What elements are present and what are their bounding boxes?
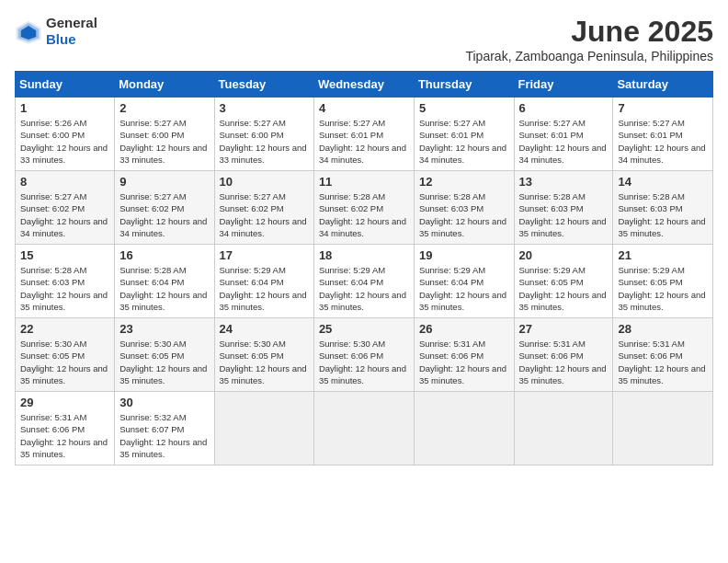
- day-info: Sunrise: 5:27 AMSunset: 6:00 PMDaylight:…: [220, 118, 307, 165]
- header-tuesday: Tuesday: [214, 72, 313, 98]
- day-number: 14: [618, 175, 708, 189]
- day-number: 8: [20, 175, 109, 189]
- day-info: Sunrise: 5:28 AMSunset: 6:02 PMDaylight:…: [319, 191, 406, 238]
- day-info: Sunrise: 5:28 AMSunset: 6:03 PMDaylight:…: [519, 191, 607, 238]
- day-info: Sunrise: 5:31 AMSunset: 6:06 PMDaylight:…: [618, 339, 705, 385]
- day-info: Sunrise: 5:27 AMSunset: 6:00 PMDaylight:…: [119, 118, 207, 165]
- month-year: June 2025: [465, 15, 713, 49]
- day-info: Sunrise: 5:30 AMSunset: 6:05 PMDaylight:…: [220, 339, 307, 385]
- day-number: 30: [119, 396, 209, 409]
- day-info: Sunrise: 5:29 AMSunset: 6:04 PMDaylight:…: [319, 265, 406, 312]
- day-number: 6: [519, 101, 609, 115]
- calendar-cell: [414, 392, 514, 465]
- day-info: Sunrise: 5:29 AMSunset: 6:04 PMDaylight:…: [220, 265, 307, 312]
- day-info: Sunrise: 5:30 AMSunset: 6:06 PMDaylight:…: [319, 339, 406, 385]
- day-number: 16: [119, 248, 209, 262]
- header-wednesday: Wednesday: [313, 72, 414, 98]
- calendar-cell: 29Sunrise: 5:31 AMSunset: 6:06 PMDayligh…: [16, 392, 115, 465]
- location: Tiparak, Zamboanga Peninsula, Philippine…: [465, 49, 713, 63]
- calendar-cell: 17Sunrise: 5:29 AMSunset: 6:04 PMDayligh…: [214, 245, 313, 318]
- calendar-cell: 10Sunrise: 5:27 AMSunset: 6:02 PMDayligh…: [214, 171, 313, 245]
- day-number: 13: [519, 175, 609, 189]
- header-sunday: Sunday: [16, 72, 115, 98]
- day-info: Sunrise: 5:27 AMSunset: 6:02 PMDaylight:…: [20, 191, 108, 238]
- calendar-cell: 27Sunrise: 5:31 AMSunset: 6:06 PMDayligh…: [514, 318, 613, 392]
- day-info: Sunrise: 5:29 AMSunset: 6:05 PMDaylight:…: [519, 265, 607, 312]
- calendar-cell: 14Sunrise: 5:28 AMSunset: 6:03 PMDayligh…: [613, 171, 713, 245]
- calendar-cell: 18Sunrise: 5:29 AMSunset: 6:04 PMDayligh…: [313, 245, 414, 318]
- day-number: 7: [618, 101, 708, 115]
- day-info: Sunrise: 5:27 AMSunset: 6:02 PMDaylight:…: [220, 191, 307, 238]
- day-info: Sunrise: 5:27 AMSunset: 6:01 PMDaylight:…: [319, 118, 406, 165]
- day-info: Sunrise: 5:27 AMSunset: 6:01 PMDaylight:…: [618, 118, 705, 165]
- day-info: Sunrise: 5:28 AMSunset: 6:03 PMDaylight:…: [419, 191, 506, 238]
- header-thursday: Thursday: [414, 72, 514, 98]
- day-info: Sunrise: 5:27 AMSunset: 6:02 PMDaylight:…: [119, 191, 207, 238]
- day-info: Sunrise: 5:29 AMSunset: 6:04 PMDaylight:…: [419, 265, 506, 312]
- calendar-cell: 23Sunrise: 5:30 AMSunset: 6:05 PMDayligh…: [115, 318, 214, 392]
- day-info: Sunrise: 5:27 AMSunset: 6:01 PMDaylight:…: [519, 118, 607, 165]
- day-number: 12: [419, 175, 509, 189]
- calendar-cell: 20Sunrise: 5:29 AMSunset: 6:05 PMDayligh…: [514, 245, 613, 318]
- calendar-row: 8Sunrise: 5:27 AMSunset: 6:02 PMDaylight…: [16, 171, 713, 245]
- weekday-header-row: Sunday Monday Tuesday Wednesday Thursday…: [16, 72, 713, 98]
- calendar-row: 29Sunrise: 5:31 AMSunset: 6:06 PMDayligh…: [16, 392, 713, 465]
- calendar: Sunday Monday Tuesday Wednesday Thursday…: [15, 71, 713, 465]
- calendar-cell: 26Sunrise: 5:31 AMSunset: 6:06 PMDayligh…: [414, 318, 514, 392]
- day-info: Sunrise: 5:26 AMSunset: 6:00 PMDaylight:…: [20, 118, 108, 165]
- day-number: 10: [220, 175, 309, 189]
- calendar-cell: [313, 392, 414, 465]
- calendar-cell: 1Sunrise: 5:26 AMSunset: 6:00 PMDaylight…: [16, 98, 115, 171]
- calendar-cell: 15Sunrise: 5:28 AMSunset: 6:03 PMDayligh…: [16, 245, 115, 318]
- day-info: Sunrise: 5:29 AMSunset: 6:05 PMDaylight:…: [618, 265, 705, 312]
- calendar-row: 1Sunrise: 5:26 AMSunset: 6:00 PMDaylight…: [16, 98, 713, 171]
- day-number: 1: [20, 101, 109, 115]
- header-monday: Monday: [115, 72, 214, 98]
- day-number: 4: [319, 101, 409, 115]
- day-number: 25: [319, 322, 409, 336]
- day-number: 26: [419, 322, 509, 336]
- logo-text-block: General Blue: [46, 15, 97, 48]
- day-number: 19: [419, 248, 509, 262]
- header-friday: Friday: [514, 72, 613, 98]
- calendar-cell: 12Sunrise: 5:28 AMSunset: 6:03 PMDayligh…: [414, 171, 514, 245]
- calendar-cell: 16Sunrise: 5:28 AMSunset: 6:04 PMDayligh…: [115, 245, 214, 318]
- day-number: 24: [220, 322, 309, 336]
- day-info: Sunrise: 5:31 AMSunset: 6:06 PMDaylight:…: [519, 339, 607, 385]
- day-number: 18: [319, 248, 409, 262]
- day-number: 29: [20, 396, 109, 409]
- calendar-cell: 3Sunrise: 5:27 AMSunset: 6:00 PMDaylight…: [214, 98, 313, 171]
- calendar-cell: 30Sunrise: 5:32 AMSunset: 6:07 PMDayligh…: [115, 392, 214, 465]
- calendar-cell: [214, 392, 313, 465]
- day-info: Sunrise: 5:30 AMSunset: 6:05 PMDaylight:…: [20, 339, 108, 385]
- title-section: June 2025 Tiparak, Zamboanga Peninsula, …: [465, 15, 713, 63]
- calendar-cell: 6Sunrise: 5:27 AMSunset: 6:01 PMDaylight…: [514, 98, 613, 171]
- day-number: 15: [20, 248, 109, 262]
- day-number: 11: [319, 175, 409, 189]
- calendar-row: 15Sunrise: 5:28 AMSunset: 6:03 PMDayligh…: [16, 245, 713, 318]
- header: General Blue June 2025 Tiparak, Zamboang…: [15, 15, 713, 63]
- day-info: Sunrise: 5:28 AMSunset: 6:04 PMDaylight:…: [119, 265, 207, 312]
- calendar-cell: 8Sunrise: 5:27 AMSunset: 6:02 PMDaylight…: [16, 171, 115, 245]
- day-info: Sunrise: 5:28 AMSunset: 6:03 PMDaylight:…: [618, 191, 705, 238]
- day-number: 22: [20, 322, 109, 336]
- logo: General Blue: [15, 15, 97, 48]
- day-info: Sunrise: 5:31 AMSunset: 6:06 PMDaylight:…: [419, 339, 506, 385]
- calendar-cell: 7Sunrise: 5:27 AMSunset: 6:01 PMDaylight…: [613, 98, 713, 171]
- calendar-cell: 28Sunrise: 5:31 AMSunset: 6:06 PMDayligh…: [613, 318, 713, 392]
- day-number: 2: [119, 101, 209, 115]
- calendar-cell: 11Sunrise: 5:28 AMSunset: 6:02 PMDayligh…: [313, 171, 414, 245]
- day-number: 3: [220, 101, 309, 115]
- day-number: 17: [220, 248, 309, 262]
- day-number: 27: [519, 322, 609, 336]
- day-number: 9: [119, 175, 209, 189]
- day-info: Sunrise: 5:28 AMSunset: 6:03 PMDaylight:…: [20, 265, 108, 312]
- day-number: 5: [419, 101, 509, 115]
- day-number: 23: [119, 322, 209, 336]
- calendar-cell: 5Sunrise: 5:27 AMSunset: 6:01 PMDaylight…: [414, 98, 514, 171]
- calendar-row: 22Sunrise: 5:30 AMSunset: 6:05 PMDayligh…: [16, 318, 713, 392]
- calendar-cell: 22Sunrise: 5:30 AMSunset: 6:05 PMDayligh…: [16, 318, 115, 392]
- calendar-cell: 24Sunrise: 5:30 AMSunset: 6:05 PMDayligh…: [214, 318, 313, 392]
- day-info: Sunrise: 5:32 AMSunset: 6:07 PMDaylight:…: [119, 412, 207, 459]
- calendar-cell: 4Sunrise: 5:27 AMSunset: 6:01 PMDaylight…: [313, 98, 414, 171]
